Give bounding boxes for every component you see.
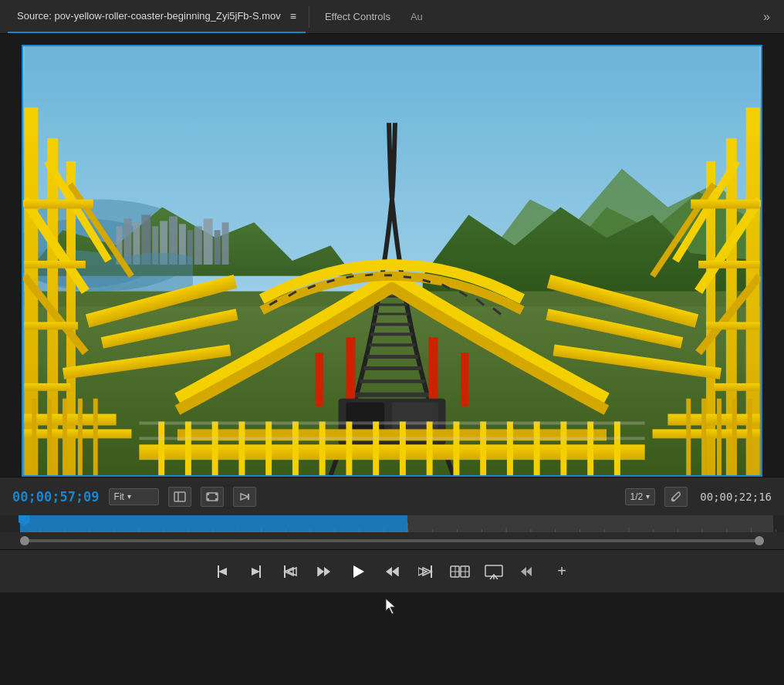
svg-rect-65	[369, 343, 415, 346]
fit-label: Fit	[114, 491, 124, 502]
step-forward-icon	[384, 565, 400, 578]
timecode-end: 00;00;22;16	[700, 491, 772, 503]
svg-rect-30	[24, 261, 85, 268]
svg-marker-164	[252, 568, 260, 575]
mark-in-btn[interactable]	[208, 558, 236, 585]
svg-rect-110	[453, 422, 459, 476]
tab-au[interactable]: Au	[403, 0, 431, 33]
mark-out-icon	[250, 565, 262, 579]
timecode-current: 00;00;57;09	[12, 489, 100, 504]
svg-marker-173	[392, 567, 398, 576]
au-label: Au	[411, 11, 423, 22]
quality-label: 1/2	[630, 491, 644, 502]
mark-in-icon	[216, 565, 228, 579]
svg-rect-68	[373, 313, 409, 316]
quality-dropdown[interactable]: 1/2 ▾	[625, 488, 656, 505]
svg-rect-36	[47, 399, 52, 475]
svg-rect-118	[139, 437, 644, 440]
svg-rect-101	[212, 422, 218, 476]
fit-dropdown[interactable]: Fit ▾	[109, 488, 159, 505]
svg-marker-188	[386, 599, 395, 614]
svg-rect-33	[24, 414, 116, 426]
svg-rect-69	[374, 304, 407, 306]
add-btn[interactable]: +	[548, 558, 576, 585]
svg-point-128	[672, 498, 674, 501]
play-btn[interactable]	[344, 558, 372, 585]
svg-rect-105	[319, 422, 326, 476]
svg-rect-57	[748, 399, 752, 475]
ruler-ticks-svg	[0, 515, 784, 532]
mouse-cursor	[384, 597, 400, 616]
svg-rect-106	[346, 422, 352, 476]
play-icon	[350, 563, 367, 580]
svg-rect-116	[614, 422, 620, 476]
more-transport-btn[interactable]	[514, 558, 542, 585]
svg-rect-64	[367, 355, 418, 359]
go-to-in-btn[interactable]	[276, 558, 304, 585]
video-frame	[23, 46, 761, 475]
svg-rect-66	[370, 332, 413, 336]
source-menu-icon[interactable]: ≡	[290, 10, 296, 22]
fit-chevron-icon: ▾	[127, 492, 131, 501]
svg-marker-186	[521, 567, 526, 576]
svg-rect-51	[667, 414, 759, 426]
effect-controls-label: Effect Controls	[325, 11, 390, 22]
scrub-left-handle[interactable]	[20, 536, 29, 545]
svg-rect-37	[63, 399, 67, 475]
tab-more-btn[interactable]: »	[757, 10, 776, 24]
svg-rect-109	[427, 422, 433, 476]
svg-line-78	[404, 277, 411, 278]
mark-out-btn[interactable]	[242, 558, 270, 585]
svg-rect-91	[429, 337, 438, 398]
svg-rect-35	[32, 399, 36, 475]
tab-divider	[309, 6, 309, 28]
svg-marker-172	[386, 567, 392, 576]
tab-source[interactable]: Source: pov-yellow-roller-coaster-beginn…	[8, 0, 306, 33]
svg-rect-103	[265, 422, 272, 476]
insert-mode-icon	[239, 491, 250, 502]
scrub-area[interactable]	[0, 532, 784, 549]
transport-bar: +	[0, 549, 784, 592]
svg-rect-93	[461, 353, 468, 406]
svg-marker-126	[241, 494, 248, 500]
svg-rect-122	[207, 493, 209, 495]
filmstrip-btn[interactable]	[201, 487, 224, 507]
go-to-out-btn[interactable]	[412, 558, 440, 585]
svg-rect-31	[24, 322, 78, 329]
toggle-frame-btn[interactable]	[168, 487, 191, 507]
svg-marker-187	[526, 567, 532, 576]
svg-rect-47	[691, 200, 759, 209]
svg-rect-32	[24, 383, 70, 391]
source-tab-label: Source: pov-yellow-roller-coaster-beginn…	[17, 10, 281, 22]
timeline-section	[0, 515, 784, 549]
overwrite-btn[interactable]	[480, 558, 508, 585]
header-tabbar: Source: pov-yellow-roller-coaster-beginn…	[0, 0, 784, 34]
svg-rect-53	[686, 399, 691, 475]
svg-rect-48	[698, 261, 759, 268]
svg-rect-102	[238, 422, 245, 476]
scrub-right-handle[interactable]	[755, 536, 764, 545]
svg-rect-108	[400, 422, 406, 476]
svg-rect-39	[93, 399, 98, 475]
insert-btn[interactable]	[446, 558, 474, 585]
toggle-frame-icon	[174, 491, 186, 502]
step-back-btn[interactable]	[310, 558, 338, 585]
svg-rect-67	[372, 322, 411, 326]
svg-rect-17	[204, 218, 213, 265]
svg-marker-169	[324, 567, 330, 576]
svg-rect-38	[78, 399, 83, 475]
step-forward-btn[interactable]	[378, 558, 406, 585]
video-scene	[23, 46, 761, 475]
timeline-ruler[interactable]	[0, 515, 784, 532]
svg-rect-54	[701, 399, 706, 475]
insert-mode-btn[interactable]	[233, 487, 256, 507]
svg-rect-18	[215, 230, 221, 265]
svg-rect-19	[222, 222, 229, 265]
settings-btn[interactable]	[664, 487, 688, 507]
tab-effect-controls[interactable]: Effect Controls	[313, 0, 403, 33]
go-to-in-icon	[282, 565, 298, 579]
more-transport-icon	[521, 566, 535, 577]
svg-marker-162	[218, 568, 227, 575]
svg-rect-56	[732, 399, 737, 475]
svg-rect-119	[174, 492, 185, 501]
